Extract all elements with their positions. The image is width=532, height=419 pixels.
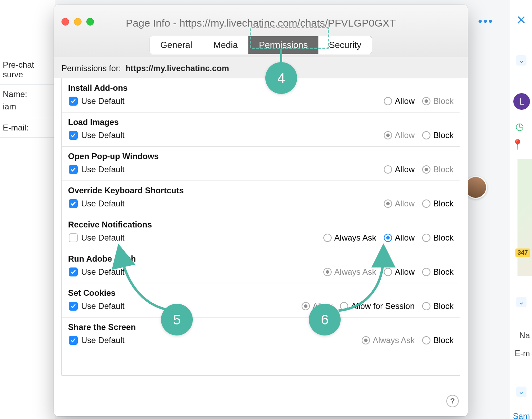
titlebar: Page Info - https://my.livechatinc.com/c… (54, 5, 468, 57)
checkbox-icon (69, 233, 78, 242)
permission-title: Open Pop-up Windows (68, 152, 454, 161)
permission-title: Run Adobe Flash (68, 254, 454, 264)
permission-option-label: Allow (395, 165, 415, 174)
use-default-checkbox[interactable]: Use Default (69, 130, 124, 140)
permission-options: Always AskBlock (362, 335, 454, 345)
zoom-window-button[interactable] (86, 18, 94, 26)
permission-option[interactable]: Block (422, 335, 454, 345)
permission-option-label: Always Ask (334, 233, 376, 243)
chevron-down-icon[interactable]: ⌄ (516, 387, 526, 397)
radio-icon (323, 234, 332, 242)
permission-options: AllowBlock (384, 130, 454, 140)
use-default-checkbox[interactable]: Use Default (69, 199, 124, 208)
permission-option: Always Ask (323, 267, 376, 277)
radio-icon (422, 234, 430, 242)
permission-option[interactable]: Block (422, 199, 454, 208)
use-default-checkbox[interactable]: Use Default (69, 233, 124, 243)
permission-option-label: Block (433, 233, 454, 243)
radio-icon (340, 302, 348, 310)
help-button[interactable]: ? (446, 395, 459, 407)
permission-title: Install Add-ons (68, 83, 454, 93)
permission-option: Allow (384, 130, 415, 140)
use-default-checkbox[interactable]: Use Default (69, 301, 124, 311)
tab-general[interactable]: General (150, 36, 203, 54)
tab-permissions[interactable]: Permissions (248, 36, 318, 54)
checkbox-icon (69, 165, 78, 174)
radio-icon (422, 336, 430, 344)
permission-option-label: Allow (395, 199, 415, 208)
checkbox-icon (69, 131, 78, 140)
permission-row: Receive NotificationsUse DefaultAlways A… (62, 215, 460, 249)
permission-option[interactable]: Always Ask (323, 233, 376, 243)
radio-icon (384, 131, 392, 139)
chevron-down-icon[interactable]: ⌄ (516, 55, 526, 66)
sam-link[interactable]: Sam (513, 411, 530, 419)
tab-media[interactable]: Media (203, 36, 248, 54)
use-default-checkbox[interactable]: Use Default (69, 96, 124, 106)
use-default-label: Use Default (81, 199, 124, 208)
permission-option-label: Block (433, 267, 454, 277)
permission-option[interactable]: Allow (384, 233, 415, 243)
tab-security[interactable]: Security (318, 36, 372, 54)
map-thumbnail (517, 159, 532, 276)
radio-icon (384, 268, 392, 276)
permission-option[interactable]: Allow (384, 165, 415, 174)
window-title: Page Info - https://my.livechatinc.com/c… (54, 5, 468, 29)
use-default-checkbox[interactable]: Use Default (69, 165, 124, 174)
permission-option-label: Allow (395, 233, 415, 243)
avatar[interactable]: L (513, 93, 530, 110)
radio-icon (422, 302, 430, 310)
permission-options: AllowAllow for SessionBlock (302, 301, 454, 311)
more-dots-icon[interactable]: ••• (478, 14, 494, 28)
use-default-checkbox[interactable]: Use Default (69, 267, 124, 277)
minimize-window-button[interactable] (74, 18, 82, 26)
radio-icon (422, 97, 430, 105)
radio-icon (422, 165, 430, 174)
permission-option[interactable]: Allow for Session (340, 301, 415, 311)
use-default-checkbox[interactable]: Use Default (69, 335, 124, 345)
permission-option[interactable]: Block (422, 130, 454, 140)
close-icon[interactable]: × (516, 10, 526, 29)
permission-row: Open Pop-up WindowsUse DefaultAllowBlock (62, 146, 460, 181)
permissions-for-label: Permissions for: (61, 64, 121, 73)
map-badge: 347 (515, 249, 530, 257)
name-label: Name: (0, 87, 55, 101)
permission-option[interactable]: Allow (384, 96, 415, 106)
permission-option-label: Allow (395, 267, 415, 277)
permission-option-label: Block (433, 165, 454, 174)
checkbox-icon (69, 267, 78, 276)
permission-row: Run Adobe FlashUse DefaultAlways AskAllo… (62, 249, 460, 283)
email-label: E-mail: (0, 121, 55, 135)
use-default-label: Use Default (81, 335, 124, 345)
use-default-label: Use Default (81, 301, 124, 311)
permission-option[interactable]: Allow (384, 267, 415, 277)
permission-title: Share the Screen (68, 322, 454, 332)
prechat-survey-label: Pre-chat surve (0, 58, 55, 81)
permission-option-label: Block (433, 130, 454, 140)
permission-options: AllowBlock (384, 96, 454, 106)
permission-option-label: Always Ask (373, 335, 415, 345)
use-default-label: Use Default (81, 267, 124, 277)
close-window-button[interactable] (61, 18, 69, 26)
permission-option[interactable]: Block (422, 267, 454, 277)
permission-option[interactable]: Block (422, 301, 454, 311)
permission-option-label: Allow for Session (351, 301, 415, 311)
permission-row: Install Add-onsUse DefaultAllowBlock (62, 78, 460, 112)
permission-option: Block (422, 96, 454, 106)
checkbox-icon (69, 336, 78, 345)
use-default-label: Use Default (81, 96, 124, 106)
page-info-window: Page Info - https://my.livechatinc.com/c… (54, 5, 468, 416)
permissions-list: Install Add-onsUse DefaultAllowBlockLoad… (61, 78, 460, 376)
map-pin-icon: 📍 (512, 139, 524, 150)
permission-row: Load ImagesUse DefaultAllowBlock (62, 112, 460, 146)
permission-title: Override Keyboard Shortcuts (68, 186, 454, 195)
right-name-label: Na (519, 331, 530, 340)
use-default-label: Use Default (81, 233, 124, 243)
use-default-label: Use Default (81, 165, 124, 174)
chevron-down-icon[interactable]: ⌄ (516, 297, 526, 307)
permission-row: Set CookiesUse DefaultAllowAllow for Ses… (62, 283, 460, 317)
permission-option[interactable]: Block (422, 233, 454, 243)
radio-icon (422, 131, 430, 139)
permission-options: AllowBlock (384, 165, 454, 174)
radio-icon (384, 97, 392, 105)
